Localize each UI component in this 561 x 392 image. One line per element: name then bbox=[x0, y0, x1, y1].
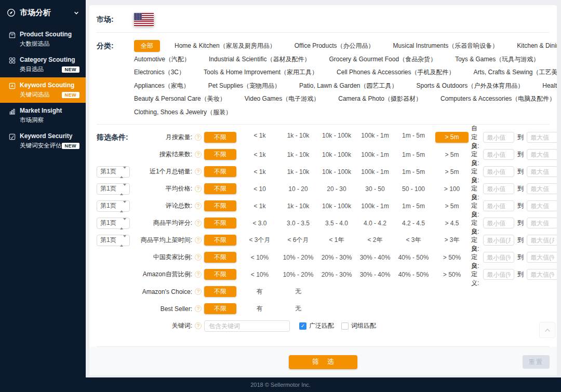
filter-option[interactable]: 50 - 100 bbox=[394, 185, 433, 193]
filter-option[interactable]: 1m - 5m bbox=[394, 151, 433, 158]
filter-option[interactable]: 4.0 - 4.2 bbox=[356, 220, 394, 227]
filter-option[interactable]: > 5m bbox=[433, 168, 471, 175]
filter-option[interactable]: 有 bbox=[241, 287, 279, 296]
filter-option[interactable]: < 1k bbox=[241, 168, 279, 175]
info-icon[interactable]: ? bbox=[195, 151, 202, 158]
category-all-button[interactable]: 全部 bbox=[134, 40, 160, 52]
category-item[interactable]: Sports & Outdoors（户外及体育用品） bbox=[417, 82, 524, 90]
page-select[interactable]: 第1页 bbox=[97, 166, 130, 178]
filter-option[interactable]: < 10 bbox=[241, 185, 279, 193]
filter-option[interactable]: < 6个月 bbox=[279, 236, 317, 245]
filter-option[interactable]: 无 bbox=[279, 287, 317, 296]
info-icon[interactable]: ? bbox=[195, 185, 202, 192]
filter-option[interactable]: 10% - 20% bbox=[279, 271, 317, 278]
filter-option[interactable]: 100k - 1m bbox=[356, 151, 394, 158]
filter-option[interactable]: > 3年 bbox=[433, 236, 471, 245]
page-select[interactable]: 第1页 bbox=[97, 218, 130, 229]
info-icon[interactable]: ? bbox=[195, 322, 202, 329]
info-icon[interactable]: ? bbox=[195, 305, 202, 312]
filter-option[interactable]: 10k - 100k bbox=[317, 202, 356, 210]
filter-option[interactable]: 有 bbox=[241, 304, 279, 313]
filter-option[interactable]: 10k - 100k bbox=[317, 168, 356, 175]
filter-option[interactable]: 1m - 5m bbox=[394, 132, 433, 143]
filter-option[interactable]: 4.2 - 4.5 bbox=[394, 220, 433, 227]
unlimited-button[interactable]: 不限 bbox=[204, 286, 236, 297]
filter-option[interactable]: > 50% bbox=[433, 254, 471, 261]
min-value-input[interactable] bbox=[483, 269, 514, 280]
info-icon[interactable]: ? bbox=[195, 288, 202, 295]
category-item[interactable]: Musical Instruments（乐器音响设备） bbox=[393, 42, 499, 50]
page-select[interactable]: 第1页 bbox=[97, 200, 130, 212]
unlimited-button[interactable]: 不限 bbox=[204, 269, 236, 280]
filter-option[interactable]: > 100 bbox=[433, 185, 471, 193]
filter-option[interactable]: 20 - 30 bbox=[317, 185, 356, 193]
info-icon[interactable]: ? bbox=[195, 168, 202, 175]
unlimited-button[interactable]: 不限 bbox=[204, 183, 236, 194]
checkbox-icon[interactable]: ✓ bbox=[299, 322, 306, 330]
category-item[interactable]: Grocery & Gourmet Food（食品杂货） bbox=[329, 55, 436, 64]
unlimited-button[interactable]: 不限 bbox=[204, 132, 236, 143]
filter-option[interactable]: < 1年 bbox=[317, 236, 356, 245]
category-item[interactable]: Automotive（汽配） bbox=[134, 55, 190, 64]
unlimited-button[interactable]: 不限 bbox=[204, 166, 236, 177]
filter-option[interactable]: 100k - 1m bbox=[356, 202, 394, 210]
filter-option[interactable]: 1k - 10k bbox=[279, 202, 317, 210]
info-icon[interactable]: ? bbox=[195, 134, 202, 141]
keyword-input[interactable] bbox=[204, 320, 290, 332]
page-select[interactable]: 第1页 bbox=[97, 183, 130, 195]
category-item[interactable]: Computers & Accessories（电脑及配件） bbox=[440, 94, 555, 103]
filter-option[interactable]: 1k - 10k bbox=[279, 151, 317, 158]
unlimited-button[interactable]: 不限 bbox=[204, 218, 236, 228]
filter-option[interactable]: > 5m bbox=[435, 132, 469, 143]
sidebar-item-market-insight[interactable]: Market Insight市场洞察 bbox=[0, 103, 86, 128]
unlimited-button[interactable]: 不限 bbox=[204, 303, 236, 314]
filter-option[interactable]: < 1k bbox=[241, 202, 279, 210]
max-value-input[interactable] bbox=[527, 269, 557, 280]
checkbox-icon[interactable] bbox=[341, 322, 349, 330]
category-item[interactable]: Health & Household（健康与个人护理） bbox=[542, 82, 557, 90]
category-item[interactable]: Home & Kitchen（家居及厨房用品） bbox=[175, 42, 276, 50]
filter-option[interactable]: 20% - 30% bbox=[317, 254, 356, 261]
sidebar-item-category-scouting[interactable]: Category Scouting类目选品NEW bbox=[0, 52, 86, 77]
info-icon[interactable]: ? bbox=[195, 254, 202, 261]
sidebar-item-product-scouting[interactable]: Product Scouting大数据选品 bbox=[0, 26, 86, 52]
filter-option[interactable]: > 5m bbox=[433, 151, 471, 158]
category-item[interactable]: Toys & Games（玩具与游戏） bbox=[455, 55, 539, 64]
filter-option[interactable]: 30% - 40% bbox=[356, 254, 394, 261]
filter-option[interactable]: 无 bbox=[279, 304, 317, 313]
filter-option[interactable]: 20% - 30% bbox=[317, 271, 356, 278]
reset-button[interactable]: 重置 bbox=[523, 355, 550, 369]
filter-option[interactable]: < 10% bbox=[241, 271, 279, 278]
page-select[interactable]: 第1页 bbox=[97, 235, 130, 246]
filter-option[interactable]: < 1k bbox=[241, 151, 279, 158]
category-item[interactable]: Clothing, Shoes & Jewelry（服装） bbox=[134, 108, 232, 117]
category-item[interactable]: Kitchen & Dining（厨房餐饮） bbox=[517, 42, 557, 50]
category-item[interactable]: Patio, Lawn & Garden（园艺工具） bbox=[299, 82, 397, 90]
category-item[interactable]: Electronics（3C） bbox=[134, 68, 185, 77]
filter-option[interactable]: 1m - 5m bbox=[394, 202, 433, 210]
filter-option[interactable]: 10% - 20% bbox=[279, 254, 317, 261]
filter-option[interactable]: < 2年 bbox=[356, 236, 394, 245]
match-checkbox-phrase[interactable]: 词组匹配 bbox=[341, 321, 376, 330]
filter-option[interactable]: > 5m bbox=[433, 202, 471, 210]
filter-option[interactable]: 10k - 100k bbox=[317, 132, 356, 143]
info-icon[interactable]: ? bbox=[195, 237, 202, 244]
category-item[interactable]: Cell Phones & Accessories（手机及配件） bbox=[337, 68, 455, 77]
filter-option[interactable]: < 10% bbox=[241, 254, 279, 261]
filter-option[interactable]: 1k - 10k bbox=[279, 132, 317, 143]
category-item[interactable]: Industrial & Scientific（器材及配件） bbox=[209, 55, 310, 64]
sidebar-item-keyword-security[interactable]: Keyword Security关键词安全评估NEW bbox=[0, 128, 86, 154]
category-item[interactable]: Video Games（电子游戏） bbox=[245, 94, 320, 103]
filter-option[interactable]: < 1k bbox=[241, 132, 279, 143]
category-item[interactable]: Beauty & Personal Care（美妆） bbox=[134, 94, 226, 103]
filter-option[interactable]: 100k - 1m bbox=[356, 168, 394, 175]
category-item[interactable]: Tools & Home Improvement（家用工具） bbox=[204, 68, 318, 77]
filter-option[interactable]: 10k - 100k bbox=[317, 151, 356, 158]
filter-option[interactable]: < 3.0 bbox=[241, 220, 279, 227]
us-flag[interactable] bbox=[134, 13, 154, 26]
filter-option[interactable]: > 4.5 bbox=[433, 220, 471, 227]
filter-option[interactable]: 10 - 20 bbox=[279, 185, 317, 193]
back-to-top-button[interactable] bbox=[539, 322, 555, 338]
category-item[interactable]: Appliances（家电） bbox=[134, 82, 190, 90]
filter-option[interactable]: 1k - 10k bbox=[279, 168, 317, 175]
